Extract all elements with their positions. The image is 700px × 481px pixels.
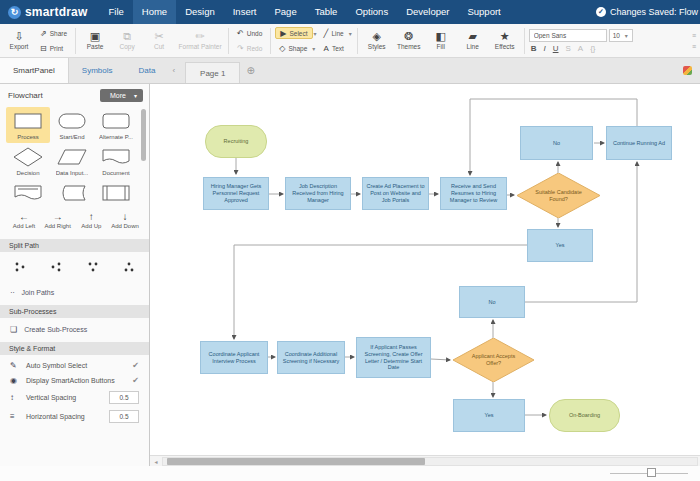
tab-smartpanel[interactable]: SmartPanel [0, 58, 69, 83]
menu-insert[interactable]: Insert [224, 0, 266, 24]
add-up-button[interactable]: ↑Add Up [75, 212, 107, 229]
font-family-input[interactable] [529, 29, 607, 42]
zoom-slider-handle[interactable] [647, 468, 656, 477]
node-additional-screening[interactable]: Coordinate Additional Screening if Neces… [277, 341, 345, 374]
add-page-icon[interactable]: ⊕ [240, 58, 260, 83]
menu-page[interactable]: Page [266, 0, 306, 24]
fill-button[interactable]: ◧Fill [426, 31, 456, 50]
split-two-right-icon[interactable] [14, 259, 26, 277]
format-i-button[interactable]: I [543, 44, 545, 53]
menu-table[interactable]: Table [306, 0, 347, 24]
shape-start-end[interactable]: Start/End [50, 107, 94, 143]
node-create-ad[interactable]: Create Ad Placement to Post on Website a… [362, 177, 429, 210]
shape-document[interactable] [6, 179, 50, 206]
more-shapes-button[interactable]: More ▾ [100, 89, 143, 102]
node-receive-resumes[interactable]: Receive and Send Resumes to Hiring Manag… [440, 177, 507, 210]
format-painter-button[interactable]: ✏ Format Painter [176, 31, 224, 50]
undo-button[interactable]: ↶Undo [233, 27, 266, 39]
shape-alternate-p[interactable]: Alternate P... [94, 107, 138, 143]
line-tool-button[interactable]: ╱Line [320, 27, 348, 39]
font-size-select[interactable]: 10 ▾ [609, 29, 633, 42]
format-a-button[interactable]: A [578, 44, 583, 53]
smartaction-checkbox[interactable]: ✔ [132, 376, 139, 385]
themes-button[interactable]: ❂Themes [394, 31, 424, 50]
split-two-left-icon[interactable] [50, 259, 62, 277]
tab-data[interactable]: Data [125, 58, 168, 83]
node-hiring-manager-approval[interactable]: Hiring Manager Gets Personnel Request Ap… [203, 177, 269, 210]
node-onboarding[interactable]: On-Boarding [549, 399, 620, 432]
menu-developer[interactable]: Developer [397, 0, 458, 24]
text-tool-button[interactable]: AText [320, 42, 353, 54]
export-button[interactable]: ⇩ Export [4, 31, 34, 50]
vertical-spacing-input[interactable] [109, 391, 139, 404]
line-style-button[interactable]: ▰Line [458, 31, 488, 50]
node-interview-process[interactable]: Coordinate Applicant Interview Process [200, 341, 268, 374]
line-dropdown-icon[interactable]: ▾ [348, 30, 353, 37]
styles-button[interactable]: ◈Styles [362, 31, 392, 50]
format-b-button[interactable]: B [531, 44, 537, 53]
notification-icon[interactable] [683, 66, 692, 75]
smartdraw-logo-text: smartdraw [25, 5, 88, 19]
share-button[interactable]: ⇗Share [36, 27, 71, 39]
document2-shape-icon [13, 183, 43, 203]
menu-items: FileHomeDesignInsertPageTableOptionsDeve… [100, 0, 510, 24]
effects-button[interactable]: ★Effects [490, 31, 520, 50]
menu-home[interactable]: Home [133, 0, 176, 24]
shape-predefined[interactable] [94, 179, 138, 206]
node-suitable-candidate[interactable]: Suitable Candidate Found? [517, 173, 600, 218]
format-s-button[interactable]: S [566, 44, 571, 53]
add-down-button[interactable]: ↓Add Down [109, 212, 141, 229]
node-continue-ad[interactable]: Continue Running Ad [606, 126, 672, 160]
node-no-1[interactable]: No [520, 126, 593, 160]
horizontal-spacing-input[interactable] [109, 410, 139, 423]
select-dropdown-icon[interactable]: ▾ [313, 30, 318, 37]
copy-button[interactable]: ⧉ Copy [112, 31, 142, 50]
shape-stored[interactable] [50, 179, 94, 206]
shape-data-input[interactable]: Data Input... [50, 143, 94, 179]
split-two-up-icon[interactable] [123, 259, 135, 277]
redo-icon: ↷ [237, 44, 244, 53]
add-left-button[interactable]: ←Add Left [8, 212, 40, 229]
horizontal-scrollbar[interactable]: ◂ [150, 455, 700, 466]
node-recruiting[interactable]: Recruiting [205, 125, 267, 158]
scroll-left-icon[interactable]: ◂ [150, 458, 162, 465]
shape-tool-button[interactable]: ◇Shape [275, 42, 311, 54]
join-paths-button[interactable]: ∙∙ Join Paths [0, 281, 149, 299]
shape-grid-scrollbar[interactable] [141, 109, 146, 161]
scrollbar-track[interactable] [162, 457, 698, 466]
add-right-button[interactable]: →Add Right [42, 212, 74, 229]
shape-process[interactable]: Process [6, 107, 50, 143]
create-sub-process-button[interactable]: ❏ Create Sub-Process [0, 318, 149, 336]
tab-symbols[interactable]: Symbols [69, 58, 126, 83]
node-accepts-offer[interactable]: Applicant Accepts Offer? [453, 338, 534, 382]
menu-design[interactable]: Design [176, 0, 224, 24]
undo-icon: ↶ [237, 29, 244, 38]
cut-button[interactable]: ✂ Cut [144, 31, 174, 50]
shape-dropdown-icon[interactable]: ▾ [311, 45, 316, 52]
cut-icon: ✂ [154, 31, 163, 42]
split-two-down-icon[interactable] [87, 259, 99, 277]
node-yes-1[interactable]: Yes [527, 229, 593, 262]
node-no-2[interactable]: No [459, 286, 525, 318]
format-xx-button[interactable]: {} [590, 44, 595, 53]
menu-options[interactable]: Options [346, 0, 397, 24]
format-u-button[interactable]: U [553, 44, 559, 53]
node-job-description[interactable]: Job Description Received from Hiring Man… [285, 177, 351, 210]
redo-button[interactable]: ↷Redo [233, 42, 266, 54]
collapse-panel-icon[interactable]: ‹ [168, 58, 179, 83]
menu-support[interactable]: Support [458, 0, 509, 24]
scrollbar-thumb[interactable] [167, 458, 425, 465]
node-yes-2[interactable]: Yes [453, 399, 525, 432]
node-offer-letter[interactable]: If Applicant Passes Screening, Create Of… [356, 337, 431, 378]
shape-decision[interactable]: Decision [6, 143, 50, 179]
print-button[interactable]: ⊟Print [36, 42, 71, 54]
shape-document[interactable]: Document [94, 143, 138, 179]
connector-offer-letter-to-accepts-offer[interactable] [431, 359, 450, 360]
drawing-canvas[interactable]: RecruitingHiring Manager Gets Personnel … [150, 84, 700, 455]
menu-file[interactable]: File [100, 0, 133, 24]
smartdraw-logo-icon: ↻ [8, 6, 21, 19]
tab-page-1[interactable]: Page 1 [185, 62, 240, 83]
paste-button[interactable]: ▣ Paste [80, 31, 110, 50]
select-tool-button[interactable]: ▶Select [275, 27, 312, 39]
auto-symbol-select-checkbox[interactable]: ✔ [132, 361, 139, 370]
